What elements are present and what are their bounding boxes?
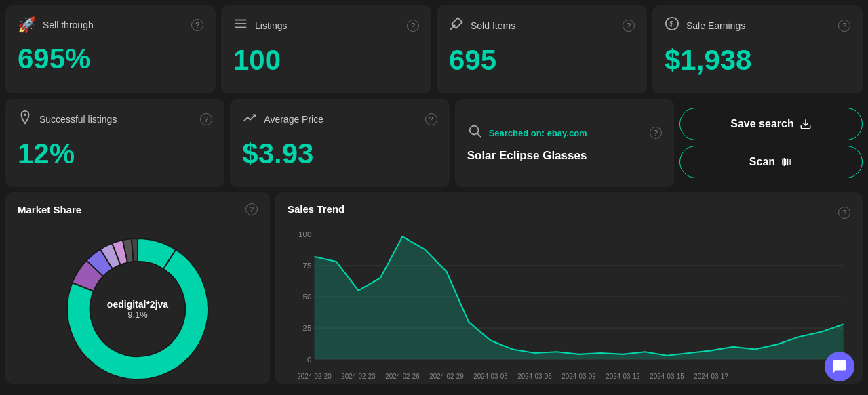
sales-trend-title: Sales Trend (288, 203, 344, 215)
chart-area: 02550751002024-02-202024-02-232024-02-26… (288, 227, 850, 384)
metrics-row-2: Successful listings ? 12% Average Price … (0, 96, 868, 190)
searched-on-help[interactable]: ? (650, 127, 662, 139)
svg-text:2024-02-29: 2024-02-29 (429, 373, 464, 380)
searched-on-card: Searched on: ebay.com ? Solar Eclipse Gl… (455, 99, 674, 187)
sale-earnings-title: Sale Earnings (686, 20, 745, 31)
successful-listings-help[interactable]: ? (200, 113, 212, 125)
sell-through-help[interactable]: ? (191, 19, 203, 31)
svg-text:0: 0 (307, 355, 311, 363)
pin-icon (18, 110, 33, 129)
listings-value: 100 (233, 46, 419, 75)
sold-items-help[interactable]: ? (623, 20, 635, 32)
listings-card: Listings ? 100 (221, 5, 431, 93)
svg-text:2024-02-23: 2024-02-23 (341, 373, 376, 380)
search-query: Solar Eclipse Glasses (467, 149, 662, 163)
trend-chart: 02550751002024-02-202024-02-232024-02-26… (288, 227, 850, 384)
svg-text:75: 75 (303, 262, 312, 270)
svg-text:2024-03-09: 2024-03-09 (561, 373, 596, 380)
save-icon (800, 118, 812, 130)
svg-text:2024-03-12: 2024-03-12 (606, 373, 640, 380)
sales-trend-help[interactable]: ? (838, 207, 850, 219)
trend-icon (242, 110, 257, 129)
successful-listings-card: Successful listings ? 12% (5, 99, 224, 187)
svg-text:50: 50 (303, 293, 312, 301)
average-price-card: Average Price ? $3.93 (230, 99, 449, 187)
search-icon (467, 123, 482, 142)
svg-text:2024-02-20: 2024-02-20 (297, 373, 332, 380)
svg-text:2024-03-15: 2024-03-15 (650, 373, 684, 380)
sell-through-value: 695% (18, 45, 203, 73)
successful-listings-value: 12% (18, 140, 212, 168)
svg-text:2024-03-06: 2024-03-06 (517, 373, 552, 380)
sold-items-value: 695 (449, 46, 635, 75)
svg-line-8 (477, 133, 481, 137)
dollar-circle-icon: $ (665, 16, 679, 35)
sell-through-title: Sell through (43, 20, 94, 30)
bottom-row: Market Share ? oedigital*2jva 9.1% Sales… (0, 190, 868, 390)
rocket-icon: 🚀 (18, 16, 36, 34)
listings-title: Listings (255, 20, 287, 31)
market-share-title: Market Share (18, 204, 81, 215)
donut-chart (50, 221, 226, 395)
market-share-help[interactable]: ? (245, 203, 258, 215)
sales-trend-card: Sales Trend ? 02550751002024-02-202024-0… (275, 192, 863, 384)
sale-earnings-card: $ Sale Earnings ? $1,938 (652, 5, 863, 93)
sold-items-title: Sold Items (471, 20, 515, 31)
svg-text:25: 25 (303, 324, 312, 332)
listings-icon (233, 16, 248, 35)
scan-bars-icon (781, 156, 793, 168)
sale-earnings-value: $1,938 (665, 46, 850, 75)
sale-earnings-help[interactable]: ? (838, 20, 850, 32)
average-price-title: Average Price (264, 114, 323, 125)
svg-text:2024-03-1?: 2024-03-1? (694, 373, 728, 380)
scan-button[interactable]: Scan (679, 146, 863, 178)
svg-text:2024-02-26: 2024-02-26 (385, 373, 420, 380)
svg-point-7 (469, 126, 478, 135)
successful-listings-title: Successful listings (39, 114, 117, 125)
average-price-value: $3.93 (242, 140, 437, 168)
svg-text:100: 100 (298, 230, 311, 238)
sell-through-card: 🚀 Sell through ? 695% (5, 5, 216, 93)
svg-point-6 (24, 114, 26, 117)
searched-on-site: ebay.com (547, 128, 587, 138)
donut-container: oedigital*2jva 9.1% (18, 221, 258, 395)
action-buttons: Save search Scan (679, 99, 863, 187)
listings-help[interactable]: ? (407, 20, 419, 32)
scan-label: Scan (749, 156, 775, 168)
svg-text:2024-03-03: 2024-03-03 (473, 373, 508, 380)
svg-text:$: $ (669, 20, 673, 28)
average-price-help[interactable]: ? (425, 113, 437, 125)
save-search-button[interactable]: Save search (679, 108, 863, 140)
metrics-row-1: 🚀 Sell through ? 695% Listings ? 100 (0, 0, 868, 96)
market-share-card: Market Share ? oedigital*2jva 9.1% (5, 192, 270, 384)
chat-button[interactable] (825, 352, 854, 381)
gavel-icon (449, 16, 464, 35)
sold-items-card: Sold Items ? 695 (437, 5, 647, 93)
chat-icon (832, 359, 847, 374)
save-search-label: Save search (730, 118, 793, 130)
searched-on-label: Searched on: ebay.com (489, 128, 587, 138)
